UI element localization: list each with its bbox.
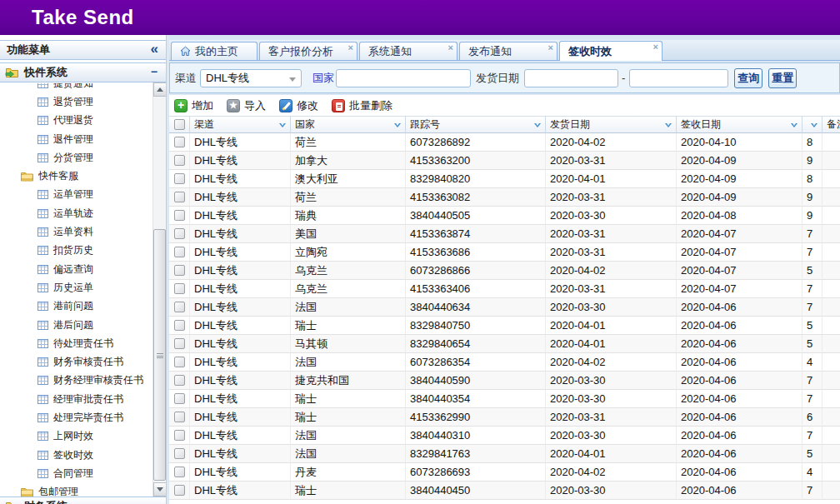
- table-row[interactable]: DHL专线瑞士41533629902020-03-312020-04-066: [169, 408, 840, 427]
- sidebar-item[interactable]: 港前问题: [0, 297, 152, 316]
- row-checkbox[interactable]: [174, 338, 185, 349]
- collapse-section-icon[interactable]: −: [151, 65, 158, 78]
- row-checkbox[interactable]: [174, 228, 185, 239]
- table-row[interactable]: DHL专线美国41533638742020-03-312020-04-077: [169, 225, 840, 243]
- sidebar-scrollbar[interactable]: [152, 82, 166, 497]
- column-filter-icon[interactable]: [534, 123, 541, 127]
- row-checkbox[interactable]: [174, 283, 185, 294]
- row-checkbox[interactable]: [174, 265, 185, 276]
- table-row[interactable]: DHL专线加拿大41533632002020-03-312020-04-099: [169, 152, 840, 170]
- column-header[interactable]: 发货日期: [546, 116, 677, 133]
- sidebar-item[interactable]: 偏远查询: [0, 260, 152, 278]
- tab-item[interactable]: 客户报价分析×: [259, 42, 358, 60]
- sidebar-item[interactable]: 处理完毕责任书: [0, 408, 152, 427]
- column-filter-icon[interactable]: [811, 123, 818, 127]
- row-checkbox[interactable]: [174, 210, 185, 221]
- row-checkbox[interactable]: [174, 302, 185, 312]
- close-tab-icon[interactable]: ×: [653, 42, 658, 52]
- column-header[interactable]: 备注: [822, 116, 840, 133]
- channel-select[interactable]: DHL专线: [200, 69, 302, 87]
- table-row[interactable]: DHL专线法国83298417632020-04-012020-04-065: [169, 445, 840, 463]
- column-header[interactable]: [802, 116, 822, 133]
- table-row[interactable]: DHL专线法国38404406342020-03-302020-04-067: [169, 298, 840, 317]
- close-tab-icon[interactable]: ×: [348, 43, 353, 52]
- search-button[interactable]: 查询: [734, 68, 762, 88]
- row-checkbox[interactable]: [174, 320, 185, 331]
- toolbar-button-batch-delete[interactable]: 批量删除: [332, 98, 392, 113]
- column-filter-icon[interactable]: [394, 123, 401, 127]
- sidebar-item[interactable]: 历史运单: [0, 278, 152, 297]
- row-checkbox[interactable]: [174, 430, 185, 441]
- row-checkbox[interactable]: [174, 412, 185, 422]
- table-row[interactable]: DHL专线瑞士83298407502020-04-012020-04-065: [169, 317, 840, 335]
- sidebar-item[interactable]: 退件管理: [0, 130, 152, 148]
- row-checkbox[interactable]: [174, 485, 185, 496]
- date-from-input[interactable]: [524, 69, 618, 87]
- table-row[interactable]: DHL专线瑞士38404403542020-03-302020-04-067: [169, 390, 840, 408]
- column-header[interactable]: 签收日期: [677, 116, 802, 133]
- scrollbar-thumb[interactable]: [153, 229, 166, 481]
- table-row[interactable]: DHL专线瑞士38404404502020-03-302020-04-067: [169, 482, 840, 500]
- sidebar-item[interactable]: 合同管理: [0, 464, 152, 482]
- sidebar-item[interactable]: 上网时效: [0, 427, 152, 446]
- select-all-checkbox[interactable]: [174, 119, 185, 130]
- column-filter-icon[interactable]: [665, 123, 672, 127]
- toolbar-button-import[interactable]: ★导入: [227, 98, 266, 113]
- scroll-down-button[interactable]: [153, 482, 167, 497]
- sidebar-item[interactable]: 包邮管理: [0, 483, 152, 497]
- country-input[interactable]: [336, 69, 471, 87]
- sidebar-item[interactable]: 分货管理: [0, 148, 152, 167]
- date-to-input[interactable]: [629, 69, 728, 87]
- table-row[interactable]: DHL专线澳大利亚83298408202020-04-012020-04-098: [169, 170, 840, 188]
- sidebar-item[interactable]: 运单资料: [0, 222, 152, 241]
- reset-button[interactable]: 重置: [768, 68, 797, 88]
- sidebar-item[interactable]: 运单管理: [0, 186, 152, 204]
- table-row[interactable]: DHL专线乌克兰60732868662020-04-022020-04-075: [169, 262, 840, 280]
- column-filter-icon[interactable]: [791, 123, 798, 127]
- collapse-sidebar-icon[interactable]: «: [151, 41, 158, 57]
- table-row[interactable]: DHL专线法国60732863542020-04-022020-04-064: [169, 353, 840, 372]
- sidebar-item[interactable]: 扣货历史: [0, 242, 152, 260]
- sidebar-item[interactable]: 港后问题: [0, 316, 152, 334]
- row-checkbox[interactable]: [174, 247, 185, 257]
- row-checkbox[interactable]: [174, 137, 185, 147]
- row-checkbox[interactable]: [174, 393, 185, 404]
- row-checkbox[interactable]: [174, 155, 185, 166]
- table-row[interactable]: DHL专线立陶宛41533636862020-03-312020-04-077: [169, 243, 840, 262]
- tab-item[interactable]: 我的主页: [171, 42, 258, 60]
- sidebar-section-express-system[interactable]: 快件系统 −: [0, 62, 166, 82]
- row-checkbox[interactable]: [174, 173, 185, 184]
- sidebar-item[interactable]: 财务经理审核责任书: [0, 372, 152, 390]
- row-checkbox[interactable]: [174, 375, 185, 386]
- sidebar-item[interactable]: 运单轨迹: [0, 204, 152, 222]
- table-row[interactable]: DHL专线丹麦60732866932020-04-022020-04-064: [169, 463, 840, 482]
- column-header[interactable]: 跟踪号: [406, 116, 546, 133]
- row-checkbox[interactable]: [174, 448, 185, 459]
- sidebar-section-finance-system[interactable]: 财务系统: [0, 497, 166, 504]
- tab-active[interactable]: 签收时效×: [559, 41, 662, 61]
- sidebar-item[interactable]: 退货管理: [0, 92, 152, 111]
- sidebar-item[interactable]: 代理退货: [0, 112, 152, 130]
- toolbar-button-add[interactable]: +增加: [174, 98, 213, 113]
- sidebar-item[interactable]: 快件客服: [0, 167, 152, 185]
- toolbar-button-edit[interactable]: 修改: [279, 98, 318, 113]
- sidebar-item[interactable]: 经理审批责任书: [0, 390, 152, 408]
- tab-item[interactable]: 系统通知×: [359, 42, 458, 60]
- close-tab-icon[interactable]: ×: [448, 43, 453, 52]
- table-row[interactable]: DHL专线荷兰41533630822020-03-312020-04-099: [169, 188, 840, 207]
- scroll-up-button[interactable]: [153, 82, 167, 97]
- row-checkbox[interactable]: [174, 192, 185, 202]
- table-row[interactable]: DHL专线瑞典38404405052020-03-302020-04-089: [169, 207, 840, 225]
- column-header[interactable]: 国家: [291, 116, 406, 133]
- sidebar-item[interactable]: 提货通知: [0, 83, 152, 92]
- row-checkbox[interactable]: [174, 467, 185, 477]
- sidebar-item[interactable]: 签收时效: [0, 446, 152, 464]
- table-row[interactable]: DHL专线荷兰60732868922020-04-022020-04-108: [169, 133, 840, 152]
- table-row[interactable]: DHL专线法国38404403102020-03-302020-04-067: [169, 427, 840, 445]
- select-all-header[interactable]: [169, 116, 190, 133]
- row-checkbox[interactable]: [174, 357, 185, 367]
- tab-item[interactable]: 发布通知×: [459, 42, 558, 60]
- sidebar-item[interactable]: 财务审核责任书: [0, 352, 152, 371]
- sidebar-item[interactable]: 待处理责任书: [0, 334, 152, 352]
- table-row[interactable]: DHL专线捷克共和国38404405902020-03-302020-04-06…: [169, 372, 840, 390]
